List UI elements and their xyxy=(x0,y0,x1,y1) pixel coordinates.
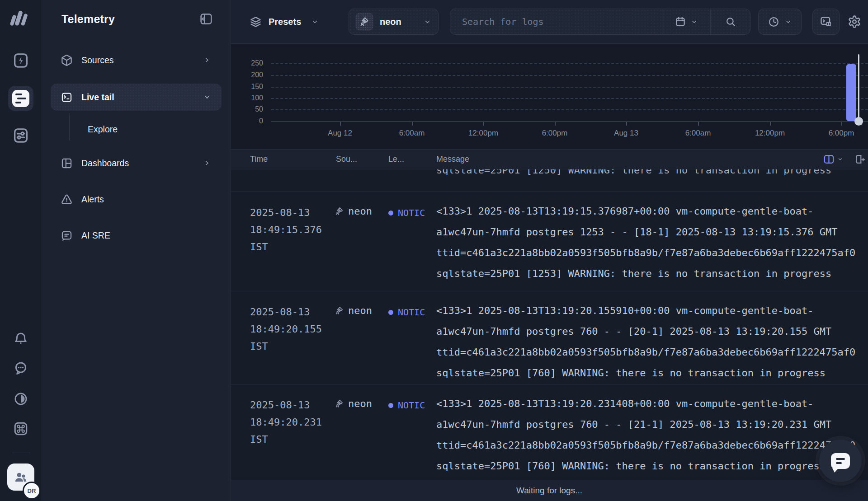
sidebar-nav: Sources Live tail Explore xyxy=(51,47,222,259)
command-palette-button[interactable] xyxy=(11,419,31,439)
rail-logs-button[interactable] xyxy=(8,86,33,111)
clock-icon xyxy=(768,16,780,28)
sidebar-item-label: AI SRE xyxy=(81,230,110,241)
y-tick-label: 50 xyxy=(231,105,263,113)
log-time: 2025-08-13 18:49:20.155 IST xyxy=(250,304,322,355)
level-dot-icon xyxy=(388,310,393,315)
sidebar-item-label: Live tail xyxy=(81,92,114,103)
chevron-down-icon xyxy=(311,18,319,26)
rail-divider xyxy=(12,453,30,453)
terminal-code-icon xyxy=(820,15,832,28)
time-range-button[interactable] xyxy=(758,9,802,35)
status-bar: Waiting for logs... xyxy=(231,480,868,501)
live-tail-scrubber-line xyxy=(858,54,859,121)
log-table-header: Time Sou... Le... Message xyxy=(231,149,868,169)
x-tick xyxy=(698,122,699,126)
log-row[interactable]: 2025-08-13 18:49:15.376 IST neon NOTIC <… xyxy=(231,192,868,291)
rail-settings-sliders-button[interactable] xyxy=(11,126,31,145)
log-row[interactable]: 2025-08-13 18:49:20.155 IST neon NOTIC <… xyxy=(231,291,868,384)
sidebar-item-label: Dashboards xyxy=(81,158,129,169)
log-source: neon xyxy=(335,398,372,409)
log-time: 2025-08-13 18:49:15.376 IST xyxy=(250,204,322,256)
x-tick-label: 6:00pm xyxy=(810,129,868,138)
settings-gear-button[interactable] xyxy=(844,12,864,32)
x-tick-label: Aug 12 xyxy=(308,129,372,138)
y-tick-label: 100 xyxy=(231,94,263,102)
chevron-right-icon xyxy=(203,56,212,65)
sidebar-item-live-tail[interactable]: Live tail xyxy=(51,84,222,111)
x-tick xyxy=(340,122,341,126)
live-tail-scrubber-handle[interactable] xyxy=(854,117,863,126)
sidebar-item-label: Sources xyxy=(81,55,114,66)
page-title: Telemetry xyxy=(61,13,115,26)
x-axis-line xyxy=(271,121,868,122)
sidebar-collapse-button[interactable] xyxy=(199,12,213,26)
source-filter-value: neon xyxy=(380,17,401,27)
x-tick xyxy=(770,122,771,126)
level-dot-icon xyxy=(388,403,393,408)
x-tick xyxy=(626,122,627,126)
x-tick xyxy=(555,122,556,126)
sidebar-item-alerts[interactable]: Alerts xyxy=(51,187,222,212)
icon-rail: DR xyxy=(0,0,42,501)
notifications-bell-button[interactable] xyxy=(11,329,31,349)
search-submit-button[interactable] xyxy=(711,9,750,34)
sidebar-item-ai-sre[interactable]: AI SRE xyxy=(51,223,222,248)
search-input[interactable] xyxy=(450,9,662,34)
telescope-icon xyxy=(355,13,373,31)
query-console-button[interactable] xyxy=(812,9,840,35)
date-range-button[interactable] xyxy=(662,9,710,34)
log-search-group xyxy=(450,9,750,35)
x-tick-label: 12:00pm xyxy=(738,129,802,138)
y-tick-label: 200 xyxy=(231,71,263,79)
source-filter-select[interactable]: neon xyxy=(349,9,439,35)
terminal-icon xyxy=(61,91,73,103)
chevron-down-icon xyxy=(423,18,432,26)
sidebar-item-sources[interactable]: Sources xyxy=(51,47,222,73)
y-tick-label: 250 xyxy=(231,59,263,67)
message-square-icon xyxy=(61,229,73,242)
cube-icon xyxy=(61,54,73,66)
main-panel: Presets neon xyxy=(231,0,868,501)
log-time: 2025-08-13 18:49:20.231 IST xyxy=(250,397,322,448)
chevron-down-icon xyxy=(784,18,792,26)
sidebar-item-explore[interactable]: Explore xyxy=(51,117,222,141)
log-source: neon xyxy=(335,305,372,316)
x-tick-label: 6:00am xyxy=(666,129,730,138)
support-chat-fab[interactable] xyxy=(819,440,862,482)
logs-icon xyxy=(12,90,29,107)
y-tick-label: 150 xyxy=(231,83,263,91)
log-row-clipped[interactable]: sqlstate=25P01 [1250] WARNING: there is … xyxy=(231,169,868,192)
log-message: <133>1 2025-08-13T13:19:15.376987+00:00 … xyxy=(436,201,865,284)
search-icon xyxy=(725,16,736,28)
presets-dropdown[interactable]: Presets xyxy=(250,9,319,35)
gridline xyxy=(271,87,868,88)
log-message-clipped: sqlstate=25P01 [1250] WARNING: there is … xyxy=(436,169,831,176)
log-message: <133>1 2025-08-13T13:19:20.231408+00:00 … xyxy=(436,393,865,477)
log-level: NOTIC xyxy=(388,307,425,318)
app-logo-icon[interactable] xyxy=(9,7,31,28)
sidebar-subitem-label: Explore xyxy=(88,124,118,135)
log-row[interactable]: 2025-08-13 18:49:20.231 IST neon NOTIC <… xyxy=(231,384,868,480)
sidebar-item-dashboards[interactable]: Dashboards xyxy=(51,150,222,176)
log-volume-bar xyxy=(846,64,856,121)
gridline xyxy=(271,109,868,110)
telescope-icon xyxy=(335,206,344,216)
gridline xyxy=(271,75,868,76)
toolbar: Presets neon xyxy=(231,0,868,44)
x-tick xyxy=(841,122,842,126)
x-tick xyxy=(412,122,413,126)
waiting-status-text: Waiting for logs... xyxy=(516,486,582,496)
feedback-chat-button[interactable] xyxy=(11,358,31,378)
add-column-button[interactable] xyxy=(854,153,866,165)
chevron-down-icon xyxy=(837,156,844,163)
log-volume-chart: 250 200 150 100 50 0 Aug 12 6:00am 12:00… xyxy=(231,44,868,149)
theme-contrast-button[interactable] xyxy=(11,389,31,409)
chevron-right-icon xyxy=(203,159,212,168)
dashboard-grid-icon xyxy=(61,157,73,169)
rail-quickstart-button[interactable] xyxy=(11,51,31,70)
column-layout-button[interactable] xyxy=(823,153,844,165)
sidebar: Telemetry Sources xyxy=(42,0,231,501)
calendar-icon xyxy=(675,16,686,28)
log-message: <133>1 2025-08-13T13:19:20.155910+00:00 … xyxy=(436,300,865,384)
